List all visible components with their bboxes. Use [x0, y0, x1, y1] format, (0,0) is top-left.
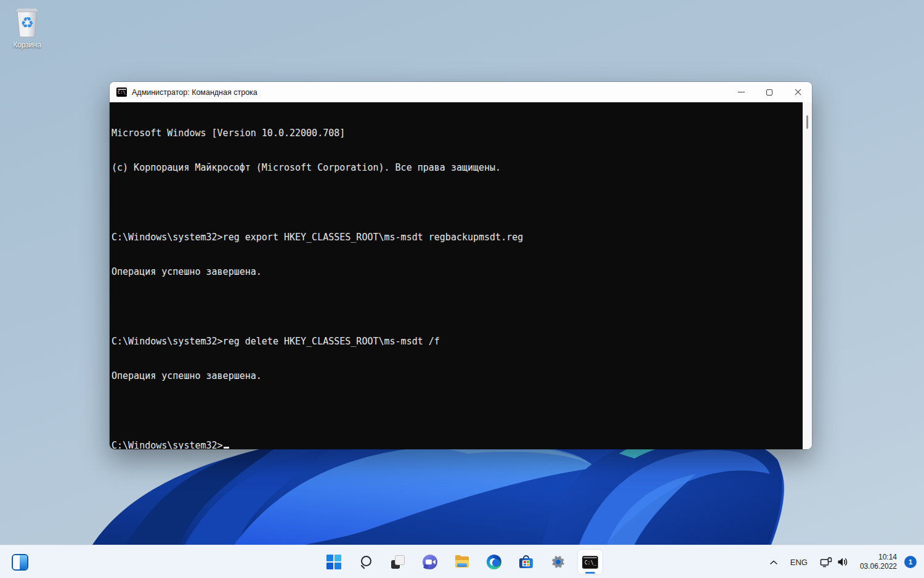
- settings-button[interactable]: [546, 550, 570, 574]
- task-view-icon: [391, 555, 405, 569]
- settings-gear-icon: [551, 555, 565, 569]
- widgets-icon: [12, 554, 28, 571]
- microsoft-store-button[interactable]: [514, 550, 538, 574]
- recycle-symbol: ♻: [20, 14, 34, 31]
- window-title: Администратор: Командная строка: [132, 88, 257, 97]
- desktop-icon-recycle-bin[interactable]: ♻ Корзина: [5, 5, 49, 49]
- chevron-up-icon: [769, 560, 778, 565]
- console-line: C:\Windows\system32>reg export HKEY_CLAS…: [111, 232, 803, 243]
- network-icon: [820, 557, 832, 568]
- windows-logo-icon: [326, 555, 341, 569]
- taskbar-center: C:\_: [322, 550, 602, 574]
- maximize-icon: [766, 89, 772, 96]
- command-prompt-window: C:\_ Администратор: Командная строка Mic…: [110, 82, 812, 449]
- taskbar-left: [7, 550, 32, 574]
- console-line: Операция успешно завершена.: [111, 266, 803, 278]
- text-cursor: [224, 447, 229, 449]
- command-prompt-icon: C:\_: [582, 556, 598, 569]
- language-indicator[interactable]: ENG: [784, 550, 814, 574]
- recycle-bin-icon: ♻: [11, 5, 43, 39]
- tray-date: 03.06.2022: [860, 562, 897, 571]
- tray-time: 10:14: [860, 553, 897, 562]
- close-icon: [794, 88, 802, 96]
- console-line: [111, 405, 803, 417]
- search-button[interactable]: [354, 550, 378, 574]
- scrollbar-thumb[interactable]: [806, 115, 808, 129]
- chat-icon: [423, 555, 437, 569]
- console-scrollbar[interactable]: [803, 102, 812, 449]
- taskbar: C:\_ ENG: [0, 545, 924, 578]
- edge-button[interactable]: [482, 550, 506, 574]
- microsoft-store-icon: [519, 555, 533, 569]
- chat-button[interactable]: [418, 550, 442, 574]
- minimize-icon: [738, 92, 745, 92]
- console-prompt: C:\Windows\system32>: [111, 440, 223, 449]
- task-view-button[interactable]: [386, 550, 410, 574]
- console-line: (c) Корпорация Майкрософт (Microsoft Cor…: [111, 162, 803, 174]
- file-explorer-button[interactable]: [450, 550, 474, 574]
- notification-badge[interactable]: 1: [904, 556, 917, 568]
- edge-browser-icon: [487, 555, 501, 569]
- console-line: [111, 301, 803, 313]
- close-button[interactable]: [784, 82, 812, 102]
- desktop-icon-label: Корзина: [13, 41, 41, 49]
- window-caption-buttons: [727, 82, 812, 102]
- file-explorer-icon: [455, 555, 469, 569]
- maximize-button[interactable]: [755, 82, 784, 102]
- clock-button[interactable]: 10:14 03.06.2022: [855, 553, 902, 571]
- start-button[interactable]: [322, 550, 346, 574]
- desktop-wallpaper: ♻ Корзина C:\_ Администратор: Командная …: [0, 0, 924, 578]
- console-prompt-line: C:\Windows\system32>: [111, 440, 803, 449]
- console-output[interactable]: Microsoft Windows [Version 10.0.22000.70…: [110, 102, 803, 449]
- search-icon: [359, 555, 373, 569]
- volume-icon: [837, 557, 849, 567]
- minimize-button[interactable]: [727, 82, 755, 102]
- network-volume-button[interactable]: [816, 550, 853, 574]
- console-line: [111, 197, 803, 208]
- command-prompt-taskbar-button[interactable]: C:\_: [578, 550, 602, 574]
- taskbar-tray: ENG 10:14 03.06.2022 1: [766, 545, 919, 578]
- window-titlebar[interactable]: C:\_ Администратор: Командная строка: [110, 82, 812, 102]
- console-line: Операция успешно завершена.: [111, 370, 803, 382]
- console-line: C:\Windows\system32>reg delete HKEY_CLAS…: [111, 336, 803, 348]
- active-app-indicator: [585, 572, 595, 574]
- window-body: Microsoft Windows [Version 10.0.22000.70…: [110, 102, 812, 449]
- tray-overflow-button[interactable]: [766, 550, 782, 574]
- widgets-button[interactable]: [7, 550, 32, 574]
- console-line: Microsoft Windows [Version 10.0.22000.70…: [111, 128, 803, 139]
- cmd-window-icon: C:\_: [116, 88, 127, 97]
